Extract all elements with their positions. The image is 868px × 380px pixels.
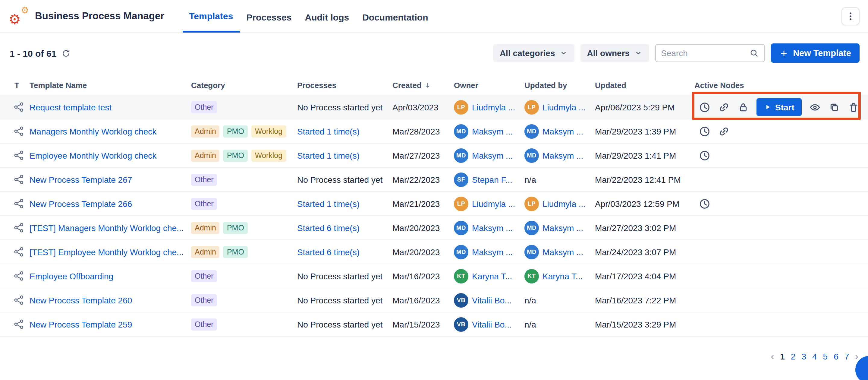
search-input[interactable]	[661, 48, 749, 58]
table-row[interactable]: New Process Template 266 Other Started 1…	[0, 192, 868, 216]
col-created[interactable]: Created	[393, 81, 454, 90]
category-cell: AdminPMOWorklog	[191, 125, 297, 137]
user-link[interactable]: Liudmyla ...	[472, 199, 515, 208]
user-link[interactable]: Maksym ...	[472, 223, 513, 233]
start-button[interactable]: Start	[756, 98, 802, 116]
table-row[interactable]: Employee Offboarding Other No Process st…	[0, 264, 868, 288]
tab-templates[interactable]: Templates	[182, 0, 240, 32]
next-page-button[interactable]: ›	[855, 351, 858, 362]
processes-link[interactable]: Started 6 time(s)	[297, 223, 360, 233]
user-link[interactable]: Maksym ...	[472, 150, 513, 160]
template-name-link[interactable]: Managers Monthly Worklog check	[30, 126, 156, 136]
refresh-icon[interactable]	[61, 49, 70, 58]
processes-link[interactable]: Started 6 time(s)	[297, 247, 360, 257]
template-name-link[interactable]: New Process Template 266	[30, 199, 132, 208]
copy-icon-button[interactable]	[828, 101, 840, 113]
template-name-link[interactable]: [TEST] Managers Monthly Worklog che...	[30, 223, 184, 233]
page-6[interactable]: 6	[834, 352, 838, 361]
user-link[interactable]: Vitalii Bo...	[472, 319, 512, 329]
tab-processes[interactable]: Processes	[240, 0, 298, 32]
table-row[interactable]: New Process Template 267 Other No Proces…	[0, 168, 868, 192]
page-4[interactable]: 4	[812, 352, 817, 361]
user-link[interactable]: Maksym ...	[542, 247, 583, 257]
type-cell	[10, 125, 30, 137]
link-icon-button[interactable]	[718, 125, 730, 137]
clock-icon-button[interactable]	[699, 198, 711, 210]
name-cell: New Process Template 267	[30, 175, 191, 184]
table-row[interactable]: [TEST] Employee Monthly Worklog che... A…	[0, 240, 868, 264]
template-name-link[interactable]: Request template test	[30, 102, 112, 112]
active-nodes-cell	[694, 198, 868, 210]
tab-audit-logs[interactable]: Audit logs	[299, 0, 356, 32]
search-box[interactable]	[655, 44, 765, 62]
template-name-link[interactable]: New Process Template 260	[30, 295, 132, 305]
user-link[interactable]: Maksym ...	[542, 126, 583, 136]
new-template-button[interactable]: New Template	[771, 43, 860, 63]
more-menu-button[interactable]	[841, 7, 860, 25]
template-name-link[interactable]: New Process Template 267	[30, 175, 132, 184]
prev-page-button[interactable]: ‹	[771, 351, 774, 362]
page-7[interactable]: 7	[844, 352, 849, 361]
page-5[interactable]: 5	[823, 352, 828, 361]
user-link[interactable]: Karyna T...	[542, 271, 583, 281]
user-link[interactable]: Maksym ...	[542, 223, 583, 233]
user-link[interactable]: Liudmyla ...	[542, 199, 586, 208]
process-flow-icon	[13, 101, 25, 113]
user-link[interactable]: Vitalii Bo...	[472, 295, 512, 305]
table-row[interactable]: Employee Monthly Worklog check AdminPMOW…	[0, 144, 868, 168]
template-name-link[interactable]: New Process Template 259	[30, 319, 132, 329]
page-1[interactable]: 1	[780, 352, 785, 361]
clock-icon-button[interactable]	[699, 125, 711, 137]
template-name-link[interactable]: Employee Offboarding	[30, 271, 113, 281]
user-link[interactable]: Liudmyla ...	[472, 102, 515, 112]
tab-documentation[interactable]: Documentation	[355, 0, 435, 32]
processes-link[interactable]: Started 1 time(s)	[297, 199, 360, 208]
trash-icon-button[interactable]	[847, 101, 860, 113]
page-3[interactable]: 3	[801, 352, 806, 361]
table-row[interactable]: New Process Template 259 Other No Proces…	[0, 313, 868, 337]
user-link[interactable]: Karyna T...	[472, 271, 512, 281]
link-icon-button[interactable]	[718, 101, 730, 113]
table-header-row: T Template Name Category Processes Creat…	[0, 76, 868, 95]
category-chip-pmo: PMO	[223, 246, 248, 258]
page-2[interactable]: 2	[791, 352, 796, 361]
not-available-text: n/a	[524, 295, 536, 305]
processes-link[interactable]: Started 1 time(s)	[297, 150, 360, 160]
user-link[interactable]: Liudmyla ...	[542, 102, 586, 112]
eye-icon-button[interactable]	[809, 101, 821, 113]
categories-filter-dropdown[interactable]: All categories	[493, 44, 575, 62]
updated-by-cell: MDMaksym ...	[524, 221, 595, 235]
table-row[interactable]: Managers Monthly Worklog check AdminPMOW…	[0, 119, 868, 144]
user-link[interactable]: Maksym ...	[472, 126, 513, 136]
category-cell: Other	[191, 198, 297, 210]
created-cell: Mar/20/2023	[393, 247, 454, 257]
app-root: ⚙⚙ Business Process Manager TemplatesPro…	[0, 0, 868, 380]
clock-icon-button[interactable]	[699, 149, 711, 162]
processes-text: No Process started yet	[297, 175, 382, 184]
type-cell	[10, 246, 30, 258]
clock-icon-button[interactable]	[699, 101, 711, 113]
updated-cell: Mar/29/2023 1:41 PM	[595, 150, 694, 160]
sort-desc-icon[interactable]	[424, 82, 432, 89]
owners-filter-dropdown[interactable]: All owners	[581, 44, 649, 62]
user-link[interactable]: Maksym ...	[542, 150, 583, 160]
user-link[interactable]: Maksym ...	[472, 247, 513, 257]
search-icon[interactable]	[749, 48, 758, 58]
type-cell	[10, 174, 30, 185]
user-link[interactable]: Stepan F...	[472, 175, 513, 184]
table-row[interactable]: [TEST] Managers Monthly Worklog che... A…	[0, 216, 868, 240]
name-cell: Request template test	[30, 102, 191, 112]
template-name-link[interactable]: [TEST] Employee Monthly Worklog che...	[30, 247, 184, 257]
category-chip-other: Other	[191, 173, 217, 185]
table-row[interactable]: Request template test Other No Process s…	[0, 95, 868, 119]
processes-link[interactable]: Started 1 time(s)	[297, 126, 360, 136]
toolbar: 1 - 10 of 61 All categories All owners N…	[0, 33, 868, 72]
avatar: LP	[524, 100, 539, 114]
table-row[interactable]: New Process Template 260 Other No Proces…	[0, 288, 868, 313]
processes-cell: No Process started yet	[297, 271, 393, 281]
lock-icon-button[interactable]	[737, 101, 749, 113]
template-name-link[interactable]: Employee Monthly Worklog check	[30, 150, 156, 160]
updated-by-cell: KTKaryna T...	[524, 269, 595, 283]
processes-cell: No Process started yet	[297, 319, 393, 329]
record-count-text: 1 - 10 of 61	[10, 48, 56, 58]
